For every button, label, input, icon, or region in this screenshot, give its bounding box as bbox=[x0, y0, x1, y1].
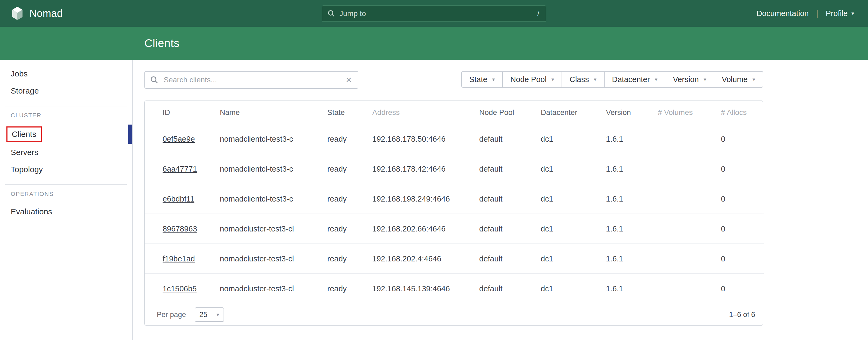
sidebar-item-clients[interactable]: Clients bbox=[0, 125, 132, 144]
client-allocs: 0 bbox=[721, 124, 764, 154]
brand[interactable]: Nomad bbox=[0, 6, 63, 21]
main-content: ✕ State▾ Node Pool▾ Class▾ Datacenter▾ V… bbox=[133, 60, 868, 340]
client-allocs: 0 bbox=[721, 214, 764, 244]
client-row[interactable]: 0ef5ae9e nomadclientcl-test3-c ready 192… bbox=[145, 124, 764, 154]
sidebar: Jobs Storage CLUSTER Clients Servers Top… bbox=[0, 60, 133, 340]
client-id-link[interactable]: 1c1506b5 bbox=[163, 284, 196, 293]
client-node-pool: default bbox=[479, 244, 541, 274]
client-address: 192.168.178.50:4646 bbox=[372, 124, 479, 154]
client-address: 192.168.202.4:4646 bbox=[372, 244, 479, 274]
clear-search-icon[interactable]: ✕ bbox=[346, 75, 352, 85]
client-address: 192.168.202.66:4646 bbox=[372, 214, 479, 244]
client-datacenter: dc1 bbox=[541, 274, 606, 304]
client-row[interactable]: 89678963 nomadcluster-test3-cl ready 192… bbox=[145, 214, 764, 244]
table-header-row: ID Name State Address Node Pool Datacent… bbox=[145, 101, 764, 124]
sidebar-item-evaluations[interactable]: Evaluations bbox=[0, 203, 132, 220]
jump-to-search[interactable]: Jump to / bbox=[322, 5, 546, 22]
column-header-id[interactable]: ID bbox=[145, 101, 220, 124]
nav-links: Documentation | Profile ▾ bbox=[756, 9, 868, 18]
clients-search: ✕ bbox=[145, 71, 358, 89]
filter-version[interactable]: Version▾ bbox=[665, 72, 714, 87]
toolbar: ✕ State▾ Node Pool▾ Class▾ Datacenter▾ V… bbox=[145, 71, 763, 89]
chevron-down-icon: ▾ bbox=[752, 76, 755, 83]
sidebar-section-cluster: CLUSTER bbox=[0, 112, 132, 119]
active-item-indicator bbox=[128, 125, 132, 144]
profile-menu-label: Profile bbox=[826, 9, 848, 18]
filter-bar: State▾ Node Pool▾ Class▾ Datacenter▾ Ver… bbox=[461, 71, 763, 88]
client-node-pool: default bbox=[479, 124, 541, 154]
clients-search-input[interactable] bbox=[163, 75, 340, 85]
client-name: nomadclientcl-test3-c bbox=[220, 184, 327, 214]
column-header-allocs[interactable]: # Allocs bbox=[721, 101, 764, 124]
sidebar-item-servers[interactable]: Servers bbox=[0, 144, 132, 161]
per-page-label: Per page bbox=[157, 311, 186, 319]
top-nav: Nomad Jump to / Documentation | Profile … bbox=[0, 0, 868, 27]
client-version: 1.6.1 bbox=[606, 214, 658, 244]
client-name: nomadcluster-test3-cl bbox=[220, 274, 327, 304]
clients-table: ID Name State Address Node Pool Datacent… bbox=[145, 100, 763, 326]
client-name: nomadcluster-test3-cl bbox=[220, 214, 327, 244]
column-header-version[interactable]: Version bbox=[606, 101, 658, 124]
client-datacenter: dc1 bbox=[541, 184, 606, 214]
client-address: 192.168.145.139:4646 bbox=[372, 274, 479, 304]
client-address: 192.168.198.249:4646 bbox=[372, 184, 479, 214]
client-row[interactable]: e6bdbf11 nomadclientcl-test3-c ready 192… bbox=[145, 184, 764, 214]
sidebar-divider bbox=[5, 106, 127, 106]
filter-datacenter[interactable]: Datacenter▾ bbox=[604, 72, 665, 87]
nav-divider: | bbox=[816, 9, 818, 18]
chevron-down-icon: ▾ bbox=[655, 76, 657, 83]
client-node-pool: default bbox=[479, 214, 541, 244]
filter-volume[interactable]: Volume▾ bbox=[714, 72, 763, 87]
client-row[interactable]: 1c1506b5 nomadcluster-test3-cl ready 192… bbox=[145, 274, 764, 304]
sidebar-item-storage[interactable]: Storage bbox=[0, 82, 132, 99]
client-volumes bbox=[658, 244, 721, 274]
client-name: nomadclientcl-test3-c bbox=[220, 154, 327, 184]
client-allocs: 0 bbox=[721, 184, 764, 214]
client-id-link[interactable]: 89678963 bbox=[163, 224, 197, 233]
column-header-address[interactable]: Address bbox=[372, 101, 479, 124]
chevron-down-icon: ▾ bbox=[704, 76, 706, 83]
column-header-name[interactable]: Name bbox=[220, 101, 327, 124]
sidebar-item-jobs[interactable]: Jobs bbox=[0, 65, 132, 82]
filter-class[interactable]: Class▾ bbox=[562, 72, 604, 87]
client-node-pool: default bbox=[479, 184, 541, 214]
documentation-link[interactable]: Documentation bbox=[756, 9, 809, 18]
sidebar-section-operations: OPERATIONS bbox=[0, 190, 132, 198]
client-id-link[interactable]: f19be1ad bbox=[163, 254, 195, 263]
client-volumes bbox=[658, 154, 721, 184]
filter-node-pool[interactable]: Node Pool▾ bbox=[502, 72, 561, 87]
chevron-down-icon: ▾ bbox=[851, 10, 854, 17]
column-header-volumes[interactable]: # Volumes bbox=[658, 101, 721, 124]
chevron-down-icon: ▾ bbox=[594, 76, 596, 83]
search-icon bbox=[328, 10, 335, 18]
client-state: ready bbox=[327, 274, 372, 304]
client-id-link[interactable]: e6bdbf11 bbox=[163, 194, 194, 203]
page-title: Clients bbox=[145, 37, 180, 50]
client-row[interactable]: 6aa47771 nomadclientcl-test3-c ready 192… bbox=[145, 154, 764, 184]
client-volumes bbox=[658, 124, 721, 154]
client-name: nomadclientcl-test3-c bbox=[220, 124, 327, 154]
per-page-select[interactable]: 25 ▾ bbox=[195, 307, 224, 322]
client-address: 192.168.178.42:4646 bbox=[372, 154, 479, 184]
nomad-logo-icon bbox=[11, 6, 24, 21]
sidebar-divider bbox=[5, 184, 127, 185]
client-name: nomadcluster-test3-cl bbox=[220, 244, 327, 274]
client-datacenter: dc1 bbox=[541, 124, 606, 154]
client-datacenter: dc1 bbox=[541, 214, 606, 244]
jump-to-placeholder: Jump to bbox=[339, 9, 366, 18]
sidebar-item-topology[interactable]: Topology bbox=[0, 161, 132, 178]
client-volumes bbox=[658, 184, 721, 214]
column-header-node-pool[interactable]: Node Pool bbox=[479, 101, 541, 124]
search-icon bbox=[150, 76, 158, 84]
profile-menu[interactable]: Profile ▾ bbox=[826, 9, 854, 18]
client-id-link[interactable]: 6aa47771 bbox=[163, 165, 197, 173]
client-state: ready bbox=[327, 154, 372, 184]
brand-name: Nomad bbox=[29, 8, 63, 19]
client-allocs: 0 bbox=[721, 274, 764, 304]
column-header-datacenter[interactable]: Datacenter bbox=[541, 101, 606, 124]
client-state: ready bbox=[327, 214, 372, 244]
client-id-link[interactable]: 0ef5ae9e bbox=[163, 135, 195, 143]
filter-state[interactable]: State▾ bbox=[462, 72, 502, 87]
client-row[interactable]: f19be1ad nomadcluster-test3-cl ready 192… bbox=[145, 244, 764, 274]
column-header-state[interactable]: State bbox=[327, 101, 372, 124]
